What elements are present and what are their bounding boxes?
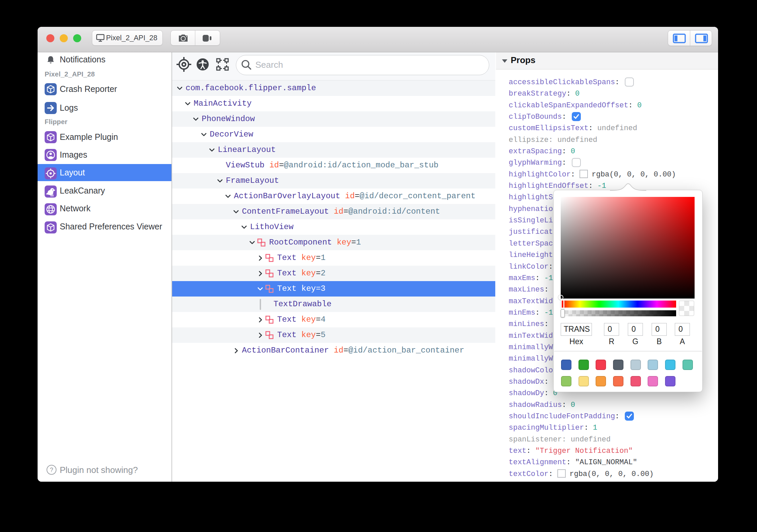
- svg-text:?: ?: [50, 467, 53, 473]
